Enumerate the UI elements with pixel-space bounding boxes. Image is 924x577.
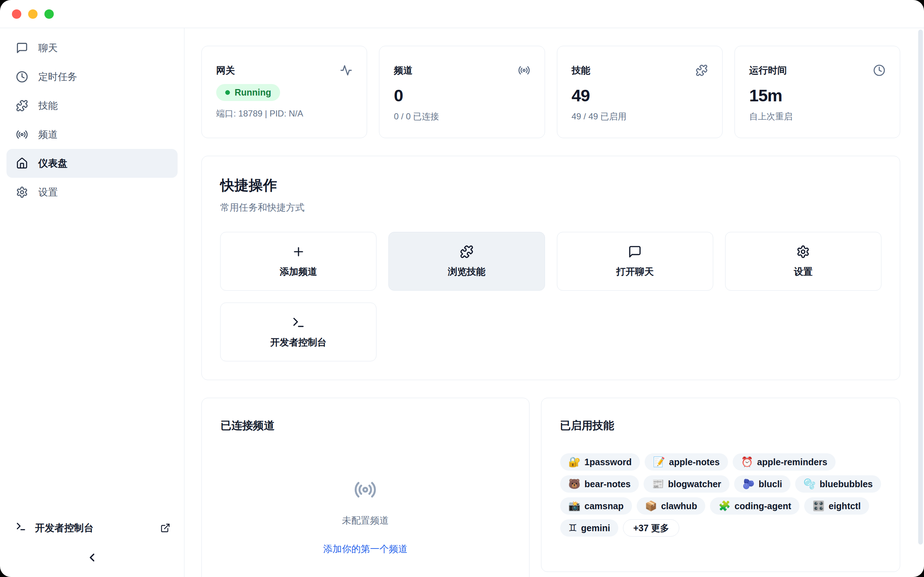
skill-badge: 📰blogwatcher [643,475,729,493]
quick-action-label: 开发者控制台 [270,336,327,349]
quick-actions-title: 快捷操作 [220,176,881,195]
radio-icon [354,478,377,501]
skill-emoji-icon: 📝 [653,457,665,467]
quick-action-4[interactable]: 开发者控制台 [220,303,376,361]
gear-icon [796,245,810,259]
sidebar-item-2[interactable]: 技能 [6,91,178,120]
skill-name: blucli [759,479,782,489]
sidebar-item-1[interactable]: 定时任务 [6,62,178,91]
skill-badge: 🐻bear-notes [560,475,639,493]
skill-emoji-icon: ⏰ [741,457,753,467]
sidebar: 聊天定时任务技能频道仪表盘设置 开发者控制台 [0,28,184,577]
skill-name: clawhub [661,501,697,511]
scrollbar-thumb[interactable] [918,29,923,545]
skill-name: bear-notes [584,479,630,489]
skill-name: eightctl [829,501,861,511]
stat-value: 0 [394,85,530,105]
skill-name: bluebubbles [820,479,873,489]
terminal-icon [16,521,26,532]
skill-emoji-icon: 🔐 [569,457,581,467]
skill-badge-row: ♊gemini+37 更多 [560,519,881,537]
skill-emoji-icon: ♊ [569,523,577,533]
chat-icon [628,245,642,259]
stat-value: 15m [749,85,885,105]
sidebar-item-label: 设置 [38,186,58,199]
stat-value: 49 [572,85,708,105]
skill-emoji-icon: 📦 [645,501,657,511]
sidebar-dev-console[interactable]: 开发者控制台 [16,521,170,534]
skill-badge: 📝apple-notes [645,453,728,471]
quick-actions-subtitle: 常用任务和快捷方式 [220,201,881,214]
stat-card-1: 频道 0 0 / 0 已连接 [379,46,544,138]
sidebar-item-4[interactable]: 仪表盘 [6,149,178,178]
sidebar-item-3[interactable]: 频道 [6,120,178,149]
enabled-skills-title: 已启用技能 [560,418,881,433]
status-badge: Running [216,84,280,101]
window-body: 聊天定时任务技能频道仪表盘设置 开发者控制台 网关 Running [0,28,924,577]
more-skills-label: +37 更多 [633,522,669,534]
skill-name: apple-notes [669,457,720,467]
sidebar-item-0[interactable]: 聊天 [6,34,178,62]
puzzle-icon [16,100,28,112]
sidebar-collapse-button[interactable] [86,551,99,564]
quick-action-3[interactable]: 设置 [725,232,881,291]
app-window: 聊天定时任务技能频道仪表盘设置 开发者控制台 网关 Running [0,0,924,577]
skill-badge: 🫧bluebubbles [795,475,881,493]
skill-name: camsnap [584,501,624,511]
stat-card-3: 运行时间 15m 自上次重启 [735,46,900,138]
sidebar-item-5[interactable]: 设置 [6,178,178,206]
skill-badge: 📸camsnap [560,497,632,515]
quick-action-2[interactable]: 打开聊天 [557,232,713,291]
add-first-channel-link[interactable]: 添加你的第一个频道 [323,543,407,555]
channels-empty-state: 未配置频道 添加你的第一个频道 [221,478,510,555]
skill-emoji-icon: 📰 [652,479,664,489]
quick-action-label: 设置 [794,266,813,278]
stat-title: 频道 [394,64,412,77]
stat-card-2: 技能 49 49 / 49 已启用 [557,46,723,138]
stat-title: 技能 [572,64,591,77]
clock-icon [873,64,885,76]
main-content: 网关 Running 端口: 18789 | PID: N/A 频道 0 0 / [184,28,924,577]
skill-badge: 🎛️eightctl [804,497,869,515]
external-link-icon [160,523,170,533]
sidebar-nav: 聊天定时任务技能频道仪表盘设置 [0,34,184,206]
skill-badge: 🫐blucli [734,475,790,493]
skill-name: gemini [581,523,611,533]
radio-icon [16,128,28,141]
skill-emoji-icon: 🧩 [718,501,730,511]
skill-badge-row: 📸camsnap📦clawhub🧩coding-agent🎛️eightctl [560,497,881,515]
stat-title: 运行时间 [749,64,787,77]
skill-name: apple-reminders [757,457,828,467]
skill-badge-row: 🐻bear-notes📰blogwatcher🫐blucli🫧bluebubbl… [560,475,881,493]
status-dot-icon [225,90,230,95]
stat-detail: 自上次重启 [749,111,885,122]
skill-badge: 🧩coding-agent [710,497,800,515]
quick-action-0[interactable]: 添加频道 [220,232,376,291]
puzzle-icon [696,64,708,76]
sidebar-item-label: 频道 [38,128,58,141]
terminal-icon [292,316,305,329]
traffic-close-button[interactable] [12,10,21,19]
skill-emoji-icon: 📸 [569,501,581,511]
quick-actions-card: 快捷操作 常用任务和快捷方式 添加频道浏览技能打开聊天设置开发者控制台 [201,156,900,380]
external-link-icon[interactable] [160,523,170,533]
traffic-zoom-button[interactable] [44,10,54,19]
skill-badge: 🔐1password [560,453,640,471]
chevron-left-icon [86,551,99,564]
sidebar-item-label: 仪表盘 [38,157,68,170]
connected-channels-title: 已连接频道 [221,418,510,433]
skill-emoji-icon: 🫧 [803,479,816,489]
quick-action-1[interactable]: 浏览技能 [388,232,544,291]
activity-icon [340,64,352,76]
skill-emoji-icon: 🐻 [569,479,581,489]
skill-name: 1password [584,457,632,467]
traffic-minimize-button[interactable] [28,10,37,19]
stat-title: 网关 [216,64,235,77]
more-skills-badge[interactable]: +37 更多 [623,519,679,537]
skill-badge: 📦clawhub [637,497,706,515]
sidebar-item-label: 定时任务 [38,70,77,83]
skill-badges: 🔐1password📝apple-notes⏰apple-reminders🐻b… [560,453,881,537]
clock-icon [16,71,28,83]
skill-emoji-icon: 🎛️ [813,501,825,511]
skill-badge: ⏰apple-reminders [733,453,835,471]
